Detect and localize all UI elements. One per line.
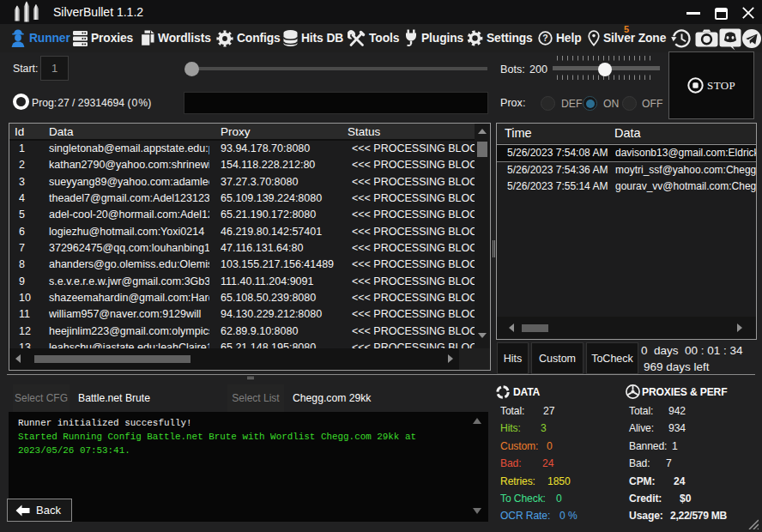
svg-text:?: ? xyxy=(542,33,547,43)
